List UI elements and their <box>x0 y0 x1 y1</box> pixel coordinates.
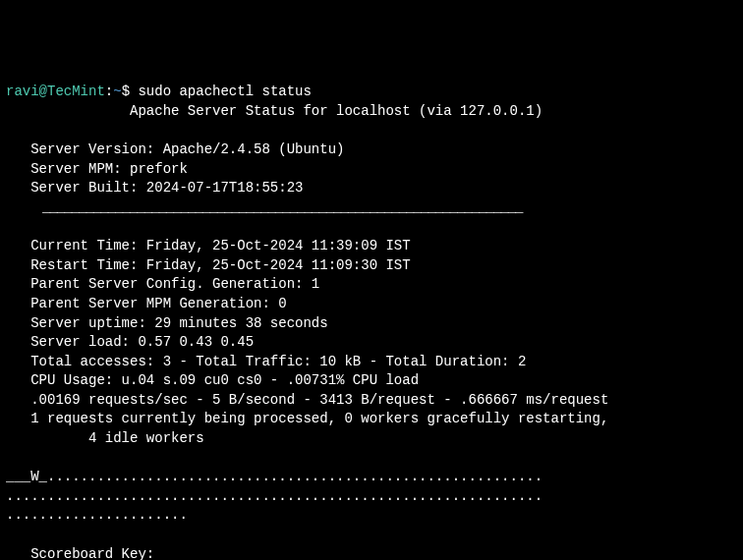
scoreboard-row: ___W_...................................… <box>6 469 543 484</box>
prompt-dollar: $ <box>122 84 139 99</box>
parent-mpm-gen: Parent Server MPM Generation: 0 <box>6 296 287 311</box>
request-stats: .00169 requests/sec - 5 B/second - 3413 … <box>6 392 608 408</box>
prompt-line-1: ravi@TecMint:~$ sudo apachectl status <box>6 84 312 99</box>
restart-time: Restart Time: Friday, 25-Oct-2024 11:09:… <box>6 257 411 273</box>
server-built: Server Built: 2024-07-17T18:55:23 <box>6 180 303 196</box>
scoreboard-row: ........................................… <box>6 488 543 504</box>
blank-line <box>6 219 14 235</box>
idle-workers: 4 idle workers <box>6 430 204 446</box>
scoreboard-key-header: Scoreboard Key: <box>6 546 154 560</box>
status-title: Apache Server Status for localhost (via … <box>6 103 543 119</box>
cpu-usage: CPU Usage: u.04 s.09 cu0 cs0 - .00731% C… <box>6 372 419 388</box>
terminal-output: ravi@TecMint:~$ sudo apachectl status Ap… <box>6 83 737 560</box>
scoreboard-row: ...................... <box>6 507 188 523</box>
horizontal-rule: ________________________________________… <box>6 199 523 215</box>
server-load: Server load: 0.57 0.43 0.45 <box>6 334 254 350</box>
server-version: Server Version: Apache/2.4.58 (Ubuntu) <box>6 141 344 157</box>
prompt-path: ~ <box>113 84 121 99</box>
workers-processing: 1 requests currently being processed, 0 … <box>6 411 608 426</box>
total-accesses: Total accesses: 3 - Total Traffic: 10 kB… <box>6 354 526 369</box>
server-uptime: Server uptime: 29 minutes 38 seconds <box>6 315 328 331</box>
parent-config-gen: Parent Server Config. Generation: 1 <box>6 276 319 292</box>
current-time: Current Time: Friday, 25-Oct-2024 11:39:… <box>6 238 411 253</box>
blank-line <box>6 450 14 466</box>
server-mpm: Server MPM: prefork <box>6 161 188 177</box>
blank-line <box>6 527 14 542</box>
prompt-colon: : <box>105 84 113 99</box>
prompt-user: ravi@TecMint <box>6 84 105 99</box>
command: sudo apachectl status <box>138 84 311 99</box>
blank-line <box>6 123 14 139</box>
